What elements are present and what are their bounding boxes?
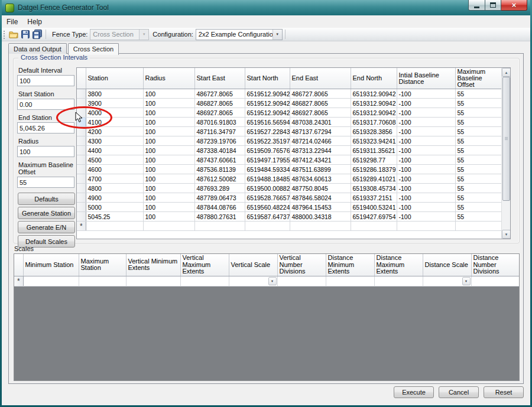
grid-cell[interactable]: 3800 xyxy=(86,89,143,99)
scales-new-row[interactable]: *▼▼ xyxy=(14,276,519,286)
generate-en-button[interactable]: Generate E/N xyxy=(18,221,75,233)
minimize-button[interactable] xyxy=(468,0,485,11)
menu-file[interactable]: File xyxy=(2,16,22,28)
chevron-down-icon[interactable]: ▼ xyxy=(273,30,282,40)
grid-row[interactable]: 4100100487016.918036519516.56594487038.2… xyxy=(77,118,501,127)
cancel-button[interactable]: Cancel xyxy=(439,386,479,398)
grid-cell[interactable]: 55 xyxy=(455,89,501,99)
grid-cell[interactable]: 6519587.64737 xyxy=(245,212,290,222)
grid-cell[interactable]: 6519528.76657 xyxy=(245,193,290,203)
grid-cell[interactable]: 487239.19706 xyxy=(194,136,245,146)
grid-cell[interactable]: 4700 xyxy=(86,174,143,184)
grid-cell[interactable]: 487844.08766 xyxy=(194,203,245,212)
grid-cell[interactable]: -100 xyxy=(397,155,455,165)
grid-cell[interactable]: 6519312.90942 xyxy=(351,99,397,108)
grid-cell[interactable]: 55 xyxy=(455,127,501,136)
grid-cell[interactable]: -100 xyxy=(397,118,455,127)
grid-cell[interactable]: 100 xyxy=(143,136,194,146)
grid-cell[interactable]: 55 xyxy=(455,155,501,165)
grid-cell[interactable]: 5045.25 xyxy=(86,212,143,222)
grid-cell[interactable]: 100 xyxy=(143,146,194,155)
grid-row-header[interactable] xyxy=(77,155,86,165)
grid-cell[interactable] xyxy=(143,222,194,231)
grid-cell[interactable]: 6519337.2151 xyxy=(351,193,397,203)
open-icon[interactable] xyxy=(8,28,20,40)
grid-cell[interactable]: 486827.8065 xyxy=(194,99,245,108)
grid-cell[interactable]: 100 xyxy=(143,89,194,99)
grid-cell[interactable]: 4600 xyxy=(86,165,143,174)
grid-cell[interactable]: 100 xyxy=(143,174,194,184)
grid-cell[interactable]: 487038.24301 xyxy=(290,118,351,127)
grid-column-header[interactable]: Intial Baseline Distance xyxy=(397,68,455,89)
grid-cell[interactable] xyxy=(290,222,351,231)
grid-cell[interactable]: 55 xyxy=(455,184,501,193)
grid-cell[interactable]: 55 xyxy=(455,108,501,118)
grid-cell[interactable]: 6519311.35621 xyxy=(351,146,397,155)
execute-button[interactable]: Execute xyxy=(394,386,434,398)
scales-cell[interactable] xyxy=(126,276,180,286)
scales-column-header[interactable]: Distance Scale xyxy=(423,254,471,276)
grid-cell[interactable]: 487511.63899 xyxy=(290,165,351,174)
grid-row[interactable]: 4200100487116.347976519527.22843487137.6… xyxy=(77,127,501,136)
generate-station-button[interactable]: Generate Station xyxy=(18,207,75,219)
grid-row-header[interactable] xyxy=(77,165,86,174)
grid-column-header[interactable]: End North xyxy=(351,68,397,89)
grid-row-header[interactable] xyxy=(77,203,86,212)
scales-column-header[interactable]: Maximum Station xyxy=(79,254,126,276)
grid-row[interactable]: 4900100487789.064736519528.76657487846.5… xyxy=(77,193,501,203)
grid-cell[interactable] xyxy=(351,222,397,231)
grid-cell[interactable]: -100 xyxy=(397,146,455,155)
grid-row[interactable]: 4700100487612.500826519488.18485487634.6… xyxy=(77,174,501,184)
scales-cell[interactable] xyxy=(277,276,326,286)
grid-cell[interactable]: 6519328.3856 xyxy=(351,127,397,136)
scales-column-header[interactable]: Vertical Minimum Extents xyxy=(126,254,180,276)
tab-cross-section[interactable]: Cross Section xyxy=(68,43,119,55)
grid-cell[interactable]: -100 xyxy=(397,212,455,222)
grid-cell[interactable] xyxy=(86,222,143,231)
grid-cell[interactable]: 6519527.22843 xyxy=(245,127,290,136)
grid-cell[interactable]: 6519289.41021 xyxy=(351,174,397,184)
grid-row-header[interactable] xyxy=(77,146,86,155)
grid-cell[interactable]: 4200 xyxy=(86,127,143,136)
grid-cell[interactable]: 6519286.18379 xyxy=(351,165,397,174)
grid-cell[interactable]: 6519427.69754 xyxy=(351,212,397,222)
grid-cell[interactable]: 6519522.35197 xyxy=(245,136,290,146)
grid-cell[interactable]: 486727.8065 xyxy=(194,89,245,99)
grid-cell[interactable]: -100 xyxy=(397,193,455,203)
grid-cell[interactable]: -100 xyxy=(397,184,455,193)
grid-row[interactable]: 3800100486727.80656519512.90942486727.80… xyxy=(77,89,501,99)
grid-cell[interactable]: 4500 xyxy=(86,155,143,165)
grid-cell[interactable]: 55 xyxy=(455,136,501,146)
scrollbar-thumb[interactable] xyxy=(502,77,510,201)
grid-cell[interactable]: 100 xyxy=(143,193,194,203)
grid-column-header[interactable]: Start East xyxy=(194,68,245,89)
grid-cell[interactable]: 487016.91803 xyxy=(194,118,245,127)
grid-cell[interactable]: 6519323.94241 xyxy=(351,136,397,146)
grid-cell[interactable]: -100 xyxy=(397,108,455,118)
scales-cell[interactable]: ▼ xyxy=(423,276,471,286)
grid-cell[interactable]: 100 xyxy=(143,108,194,118)
grid-cell[interactable] xyxy=(245,222,290,231)
configuration-combo[interactable]: 2x2 Example Configuration ▼ xyxy=(196,29,283,40)
grid-cell[interactable]: 55 xyxy=(455,193,501,203)
grid-cell[interactable]: -100 xyxy=(397,203,455,212)
grid-cell[interactable]: 3900 xyxy=(86,99,143,108)
grid-cell[interactable]: 487612.50082 xyxy=(194,174,245,184)
grid-cell[interactable]: 5000 xyxy=(86,203,143,212)
tab-data-and-output[interactable]: Data and Output xyxy=(8,43,67,54)
defaults-button[interactable]: Defaults xyxy=(18,193,75,205)
scales-cell[interactable] xyxy=(374,276,423,286)
grid-cell[interactable]: 487880.27631 xyxy=(194,212,245,222)
radius-input[interactable] xyxy=(17,146,74,157)
grid-cell[interactable]: -100 xyxy=(397,89,455,99)
grid-cell[interactable]: 100 xyxy=(143,127,194,136)
grid-cell[interactable]: 6519400.53241 xyxy=(351,203,397,212)
grid-cell[interactable]: 487116.34797 xyxy=(194,127,245,136)
grid-cell[interactable]: 55 xyxy=(455,212,501,222)
vertical-scrollbar[interactable]: ▲ ▼ xyxy=(501,68,510,239)
max-baseline-offset-input[interactable] xyxy=(17,177,74,188)
grid-row[interactable]: 4500100487437.606616519497.17955487412.4… xyxy=(77,155,501,165)
grid-cell[interactable]: 487437.60661 xyxy=(194,155,245,165)
grid-cell[interactable]: 486727.8065 xyxy=(290,89,351,99)
grid-row-header[interactable] xyxy=(77,136,86,146)
